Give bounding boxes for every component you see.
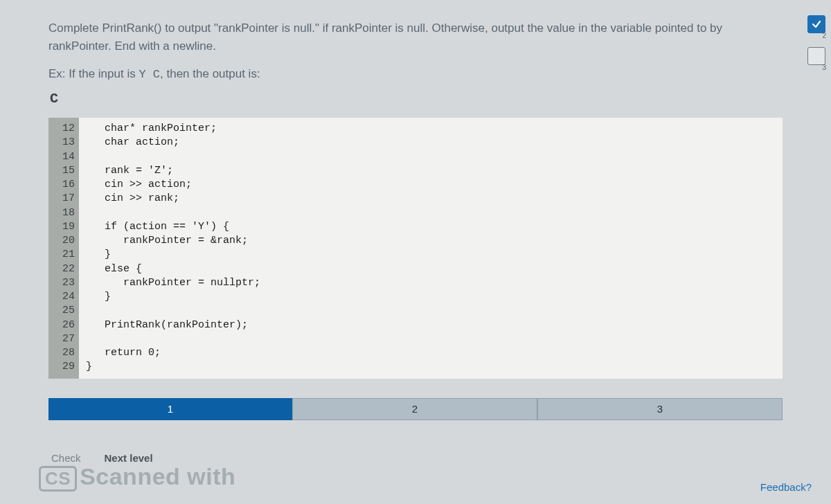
progress-step-2[interactable]: 2 [292,398,537,420]
code-line [86,206,260,220]
code-line: } [86,248,260,262]
line-number: 21 [55,248,75,262]
watermark-prefix: CS [39,466,77,492]
code-line: char* rankPointer; [86,122,260,136]
code-line: else { [86,262,260,276]
feedback-link[interactable]: Feedback? [760,481,812,493]
line-number: 19 [55,220,75,234]
empty-badge[interactable]: 3 [807,47,825,65]
line-number: 18 [55,206,75,220]
line-number: 14 [55,150,75,164]
code-line [86,150,260,164]
line-number: 22 [55,262,75,276]
line-number: 15 [55,164,75,178]
code-editor[interactable]: 121314151617181920212223242526272829 cha… [48,118,783,379]
code-line: rankPointer = nullptr; [86,276,260,290]
line-number: 27 [55,332,75,346]
code-line: rankPointer = &rank; [86,234,260,248]
line-number-gutter: 121314151617181920212223242526272829 [48,118,79,379]
example-prefix: Ex: If the input is [48,67,138,80]
line-number: 20 [55,234,75,248]
code-line [86,332,260,346]
check-button[interactable]: Check [48,448,84,468]
example-input: Y C [138,68,160,81]
code-line: cin >> rank; [86,192,260,206]
next-level-button[interactable]: Next level [105,452,153,464]
line-number: 23 [55,276,75,290]
progress-bar: 123 [48,398,783,420]
checkmark-badge[interactable]: 2 [807,15,825,33]
line-number: 17 [55,192,75,206]
line-number: 26 [55,318,75,332]
line-number: 28 [55,346,75,360]
code-line: cin >> action; [86,178,260,192]
progress-step-1[interactable]: 1 [48,398,292,420]
line-number: 16 [55,178,75,192]
code-line: if (action == 'Y') { [86,220,260,234]
badge-number: 3 [822,64,826,71]
line-number: 13 [55,136,75,150]
problem-instructions: Complete PrintRank() to output "rankPoin… [48,19,783,55]
example-suffix: , then the output is: [160,67,260,80]
badge-number: 2 [822,32,826,39]
example-output: C [48,91,783,107]
code-line: } [86,290,260,304]
code-line: } [86,360,260,374]
code-line: rank = 'Z'; [86,164,260,178]
line-number: 29 [55,360,75,374]
code-lines: char* rankPointer; char action; rank = '… [79,118,267,379]
line-number: 12 [55,122,75,136]
code-line [86,304,260,318]
progress-step-3[interactable]: 3 [537,398,783,420]
side-badges: 23 [807,15,825,65]
code-line: return 0; [86,346,260,360]
code-line: char action; [86,136,260,150]
line-number: 25 [55,304,75,318]
example-line: Ex: If the input is Y C, then the output… [48,67,783,81]
code-line: PrintRank(rankPointer); [86,318,260,332]
line-number: 24 [55,290,75,304]
